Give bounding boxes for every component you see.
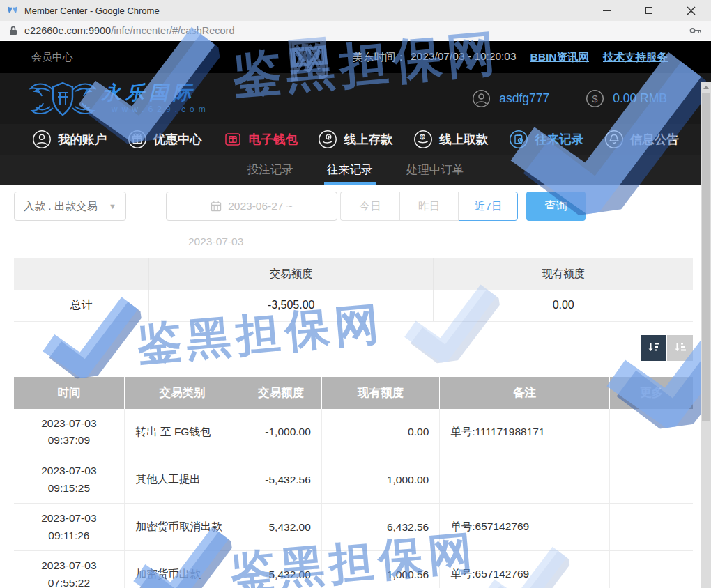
transaction-type-select[interactable]: 入款 . 出款交易 ▼: [14, 192, 126, 221]
sort-ascending-button[interactable]: [667, 335, 693, 361]
column-header: 备注: [440, 377, 610, 409]
nav-label: 往来记录: [535, 131, 583, 148]
sort-descending-button[interactable]: [641, 335, 666, 361]
main-navigation: 我的账户 优惠中心 电子钱包 线上存款 $ 线上取款 往来记录: [0, 124, 711, 155]
svg-text:$: $: [592, 93, 598, 105]
page-body: 会员中心 美东时间： 2023/07/03 - 10:20:03 BBIN资讯网…: [0, 41, 711, 588]
tab-betting-records[interactable]: 投注记录: [246, 155, 295, 185]
cell-type: 加密货币出款: [124, 551, 240, 588]
today-button[interactable]: 今日: [340, 192, 399, 221]
summary-header-row: 交易额度 现有额度: [14, 258, 693, 290]
cell-note: 单号:111171988171: [440, 409, 610, 456]
date-range-picker[interactable]: 2023-06-27 ~: [166, 192, 337, 221]
nav-label: 我的账户: [58, 131, 107, 148]
nav-my-account[interactable]: 我的账户: [32, 130, 107, 149]
site-logo[interactable]: 永乐国际 www.629.com: [29, 80, 210, 118]
chevron-down-icon: ▼: [109, 202, 116, 210]
close-button[interactable]: [686, 6, 696, 15]
time-label: 美东时间：: [352, 50, 406, 65]
cell-amount: -1,000.00: [240, 409, 322, 456]
nav-label: 线上取款: [439, 131, 488, 148]
nav-withdraw[interactable]: $ 线上取款: [413, 130, 488, 149]
search-button[interactable]: 查询: [526, 192, 586, 221]
cell-balance: 1,000.56: [321, 551, 439, 588]
last7days-button[interactable]: 近7日: [459, 192, 518, 221]
clipboard-clock-icon: [509, 130, 528, 149]
brand-bar: 永乐国际 www.629.com asdfg777 $ 0.00 RMB: [0, 73, 711, 124]
transactions-header: 时间交易类别交易额度现有额度备注更多: [14, 377, 693, 409]
summary-total-balance: 0.00: [434, 290, 693, 321]
cell-type: 加密货币取消出款: [124, 504, 240, 551]
nav-e-wallet[interactable]: 电子钱包: [223, 130, 298, 149]
browser-window: Member Center - Google Chrome e22660e.co…: [0, 0, 711, 588]
balance-text: 0.00 RMB: [613, 91, 667, 106]
cell-time: 2023-07-0309:37:09: [14, 409, 124, 456]
summary-table: 交易额度 现有额度 总计 -3,505.00 0.00: [14, 258, 693, 322]
date-group-separator: 2023-07-03: [14, 235, 693, 249]
main-content: 入款 . 出款交易 ▼ 2023-06-27 ~ 今日 昨日 近7日 查询 2: [0, 185, 711, 588]
transactions-body: 2023-07-0309:37:09转出 至 FG钱包-1,000.000.00…: [14, 409, 693, 588]
nav-announcements[interactable]: 信息公告: [604, 130, 679, 149]
scrollbar-up-arrow[interactable]: [701, 82, 711, 93]
cell-time: 2023-07-0307:55:22: [14, 551, 124, 588]
date-range-value: 2023-06-27 ~: [228, 200, 293, 212]
summary-col-balance: 现有额度: [434, 258, 693, 290]
quick-date-group: 今日 昨日 近7日: [340, 192, 518, 221]
tech-support-link[interactable]: 技术支持服务: [603, 50, 668, 65]
user-icon: [32, 130, 52, 149]
cell-more: [609, 456, 693, 504]
utility-bar: 会员中心 美东时间： 2023/07/03 - 10:20:03 BBIN资讯网…: [0, 41, 711, 73]
balance-display[interactable]: $ 0.00 RMB: [586, 89, 667, 108]
username-display[interactable]: asdfg777: [472, 89, 549, 108]
logo-text: 永乐国际 www.629.com: [102, 84, 210, 114]
group-date-label: 2023-07-03: [188, 235, 243, 249]
nav-deposit[interactable]: 线上存款: [318, 130, 392, 149]
server-time: 美东时间： 2023/07/03 - 10:20:03: [352, 50, 516, 65]
lock-icon: [9, 26, 17, 36]
window-controls: [602, 6, 704, 15]
dollar-circle-icon: $: [586, 89, 604, 108]
table-row: 2023-07-0307:55:22加密货币出款-5,432.001,000.5…: [14, 551, 693, 588]
maximize-button[interactable]: [644, 6, 654, 15]
nav-transaction-records[interactable]: 往来记录: [509, 130, 583, 149]
filter-bar: 入款 . 出款交易 ▼ 2023-06-27 ~ 今日 昨日 近7日 查询: [14, 192, 693, 221]
nav-label: 优惠中心: [153, 131, 202, 148]
nav-label: 线上存款: [344, 131, 392, 148]
cell-note: [440, 456, 610, 504]
column-header: 时间: [14, 377, 124, 409]
cell-note: 单号:657142769: [440, 504, 610, 551]
table-row: 2023-07-0309:37:09转出 至 FG钱包-1,000.000.00…: [14, 409, 693, 456]
table-row: 2023-07-0309:15:25其他人工提出-5,432.561,000.0…: [14, 456, 693, 504]
brand-site-url: www.629.com: [102, 105, 210, 114]
table-row: 2023-07-0309:11:26加密货币取消出款5,432.006,432.…: [14, 504, 693, 551]
site-favicon: [7, 5, 18, 16]
bbin-news-link[interactable]: BBIN资讯网: [530, 50, 589, 65]
user-circle-icon: [472, 89, 491, 108]
cell-balance: 1,000.00: [321, 456, 439, 504]
cell-more: [609, 409, 693, 456]
tab-pending-orders[interactable]: 处理中订单: [405, 155, 466, 185]
address-bar[interactable]: e22660e.com:9900/infe/mcenter/#/cashReco…: [0, 21, 711, 40]
wallet-icon: [223, 130, 243, 149]
nav-label: 电子钱包: [249, 131, 298, 148]
page-scrollbar[interactable]: [701, 82, 711, 588]
gift-icon: [128, 130, 147, 149]
nav-promotions[interactable]: 优惠中心: [128, 130, 202, 149]
url-text: e22660e.com:9900/infe/mcenter/#/cashReco…: [24, 25, 234, 36]
calendar-icon: [211, 201, 222, 212]
cell-time: 2023-07-0309:15:25: [14, 456, 124, 504]
minimize-button[interactable]: [602, 6, 612, 15]
cell-type: 转出 至 FG钱包: [124, 409, 240, 456]
summary-total-label: 总计: [14, 290, 148, 321]
transactions-header-row: 时间交易类别交易额度现有额度备注更多: [14, 377, 693, 409]
tab-transaction-records[interactable]: 往来记录: [326, 155, 374, 185]
password-key-icon[interactable]: [689, 26, 702, 35]
hand-coin-deposit-icon: [318, 130, 337, 149]
scrollbar-thumb[interactable]: [702, 93, 710, 421]
yesterday-button[interactable]: 昨日: [399, 192, 459, 221]
url-host: e22660e.com:9900: [24, 25, 111, 36]
hand-coin-withdraw-icon: $: [413, 130, 433, 149]
cell-amount: -5,432.00: [240, 551, 322, 588]
cell-more: [609, 551, 693, 588]
record-tabs: 投注记录 往来记录 处理中订单: [0, 155, 711, 185]
